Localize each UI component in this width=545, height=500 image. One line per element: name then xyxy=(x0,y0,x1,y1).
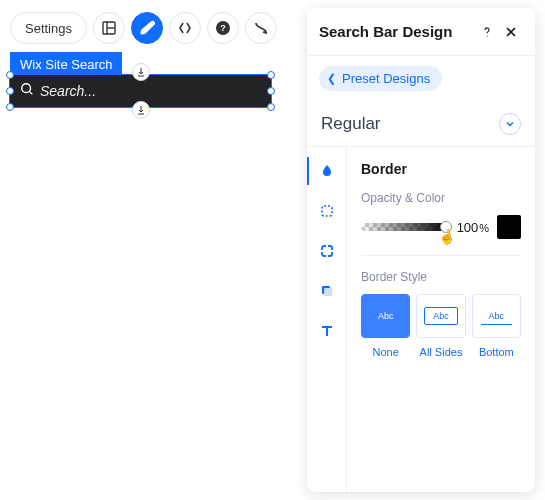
resize-handle[interactable] xyxy=(267,71,275,79)
sample-text: Abc xyxy=(481,308,513,325)
resize-handle[interactable] xyxy=(6,71,14,79)
svg-line-6 xyxy=(30,92,33,95)
border-style-allsides[interactable]: Abc xyxy=(416,294,465,338)
slider-thumb[interactable] xyxy=(440,221,452,233)
search-bar-component[interactable]: Search... xyxy=(10,75,271,107)
close-icon[interactable] xyxy=(499,20,523,44)
opacity-value: 100% xyxy=(457,220,489,235)
search-placeholder: Search... xyxy=(40,83,96,99)
tab-fill[interactable] xyxy=(307,151,347,191)
resize-handle[interactable] xyxy=(267,103,275,111)
panel-title: Search Bar Design xyxy=(319,23,475,40)
border-style-labels: None All Sides Bottom xyxy=(361,346,521,358)
state-label: Regular xyxy=(321,114,381,134)
opacity-label: Opacity & Color xyxy=(361,191,521,205)
tab-shadow[interactable] xyxy=(307,271,347,311)
resize-handle[interactable] xyxy=(267,87,275,95)
back-label: Preset Designs xyxy=(342,71,430,86)
resize-handle[interactable] xyxy=(6,103,14,111)
component-tag-label: Wix Site Search xyxy=(20,57,112,72)
border-style-bottom[interactable]: Abc xyxy=(472,294,521,338)
back-row: ❮ Preset Designs xyxy=(307,56,535,101)
section-title: Border xyxy=(361,161,521,177)
svg-rect-14 xyxy=(322,206,332,216)
preset-designs-back[interactable]: ❮ Preset Designs xyxy=(319,66,442,91)
layout-icon[interactable] xyxy=(93,12,125,44)
svg-rect-16 xyxy=(324,288,332,296)
panel-header: Search Bar Design xyxy=(307,8,535,56)
border-style-none[interactable]: Abc xyxy=(361,294,410,338)
settings-button[interactable]: Settings xyxy=(10,12,87,44)
panel-content: Border Opacity & Color ☝ 100% Border Sty… xyxy=(347,147,535,492)
sample-text: Abc xyxy=(424,307,458,325)
design-icon[interactable] xyxy=(131,12,163,44)
panel-body: Border Opacity & Color ☝ 100% Border Sty… xyxy=(307,147,535,492)
panel-help-icon[interactable] xyxy=(475,20,499,44)
help-icon[interactable]: ? xyxy=(207,12,239,44)
svg-point-11 xyxy=(486,35,487,36)
border-style-label: Border Style xyxy=(361,270,521,284)
animation-icon[interactable] xyxy=(245,12,277,44)
sample-text: Abc xyxy=(370,308,402,324)
design-panel: Search Bar Design ❮ Preset Designs Regul… xyxy=(307,8,535,492)
style-label-bottom: Bottom xyxy=(472,346,521,358)
tab-text[interactable] xyxy=(307,311,347,351)
drag-handle-top[interactable] xyxy=(132,63,150,81)
settings-label: Settings xyxy=(25,21,72,36)
resize-handle[interactable] xyxy=(6,87,14,95)
side-tabs xyxy=(307,147,347,492)
style-label-none: None xyxy=(361,346,410,358)
color-swatch[interactable] xyxy=(497,215,521,239)
search-icon xyxy=(20,82,34,100)
tab-corners[interactable] xyxy=(307,231,347,271)
opacity-row: ☝ 100% xyxy=(361,215,521,239)
component-toolbar: Settings ? xyxy=(10,12,277,44)
svg-text:?: ? xyxy=(220,23,226,33)
svg-point-5 xyxy=(22,84,31,93)
drag-handle-bottom[interactable] xyxy=(132,101,150,119)
component-tag[interactable]: Wix Site Search xyxy=(10,52,122,77)
chevron-left-icon: ❮ xyxy=(327,72,336,85)
chevron-down-icon[interactable] xyxy=(499,113,521,135)
style-label-allsides: All Sides xyxy=(416,346,465,358)
border-style-options: Abc Abc Abc xyxy=(361,294,521,338)
opacity-slider[interactable]: ☝ xyxy=(361,223,449,231)
stretch-icon[interactable] xyxy=(169,12,201,44)
tab-border[interactable] xyxy=(307,191,347,231)
divider xyxy=(361,255,521,256)
state-row[interactable]: Regular xyxy=(307,101,535,147)
